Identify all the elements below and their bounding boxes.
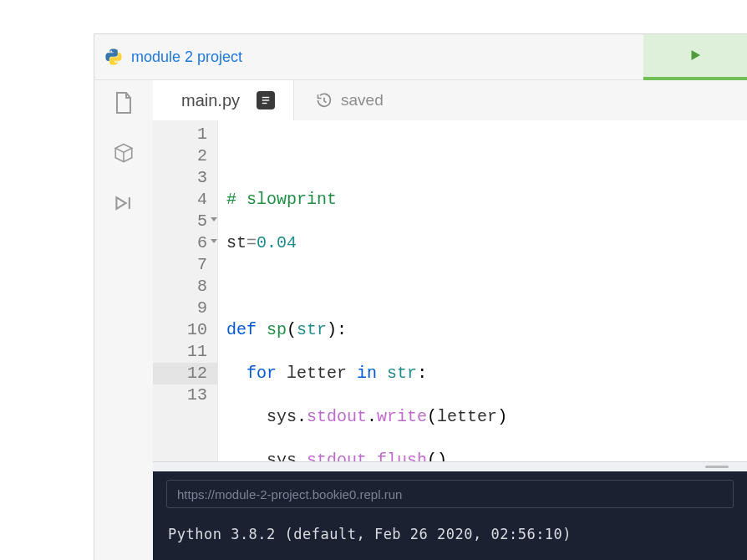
- saved-label: saved: [341, 91, 384, 109]
- body-area: main.py saved: [94, 80, 747, 560]
- run-button[interactable]: [643, 34, 747, 80]
- packages-icon[interactable]: [113, 142, 135, 164]
- file-tab[interactable]: main.py: [153, 80, 294, 120]
- panel-resize-handle[interactable]: [153, 461, 747, 471]
- debugger-icon[interactable]: [113, 192, 135, 214]
- editor-type-icon[interactable]: [257, 91, 275, 109]
- grip-icon: [705, 466, 729, 468]
- main-area: main.py saved: [153, 80, 747, 560]
- play-icon: [688, 48, 703, 63]
- saved-indicator: saved: [294, 80, 384, 120]
- left-sidebar: [94, 80, 153, 560]
- project-name[interactable]: module 2 project: [131, 48, 242, 66]
- files-icon[interactable]: [113, 92, 135, 114]
- code-editor[interactable]: 1 2 3 4 5 6 7 8 9 10 11 12 13 # slowprin…: [153, 120, 747, 461]
- console-output[interactable]: Python 3.8.2 (default, Feb 26 2020, 02:5…: [153, 515, 747, 560]
- ide-window: module 2 project: [94, 33, 747, 560]
- project-header[interactable]: module 2 project: [94, 48, 643, 66]
- code-area[interactable]: # slowprint st=0.04 def sp(str): for let…: [218, 120, 747, 461]
- repl-url-input[interactable]: https://module-2-project.bookie0.repl.ru…: [166, 480, 734, 508]
- python-icon: [104, 48, 123, 66]
- history-icon: [316, 92, 333, 109]
- repl-url-text: https://module-2-project.bookie0.repl.ru…: [177, 487, 402, 501]
- console-line: Python 3.8.2 (default, Feb 26 2020, 02:5…: [168, 523, 732, 545]
- tabs-row: main.py saved: [153, 80, 747, 120]
- tab-filename: main.py: [181, 91, 240, 110]
- line-gutter: 1 2 3 4 5 6 7 8 9 10 11 12 13: [153, 120, 218, 461]
- terminal-panel: https://module-2-project.bookie0.repl.ru…: [153, 461, 747, 560]
- header-bar: module 2 project: [94, 34, 747, 80]
